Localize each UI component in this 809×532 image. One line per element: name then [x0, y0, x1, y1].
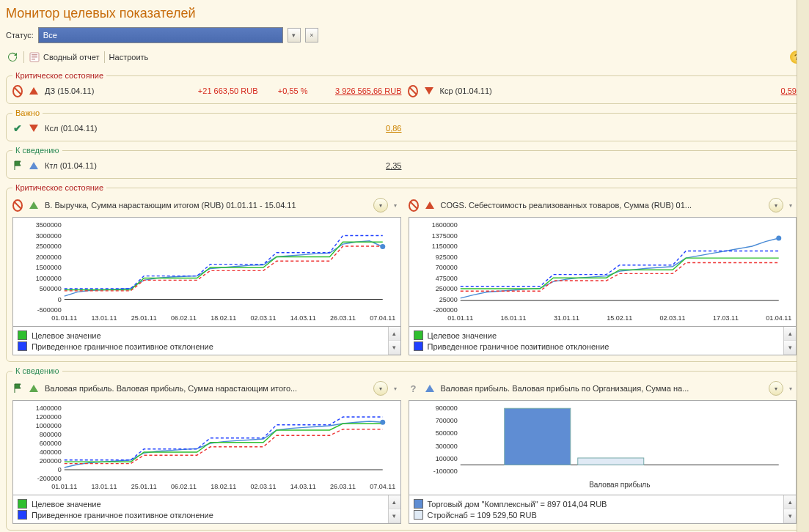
legend-scroll-up[interactable]: ▴ [784, 495, 796, 509]
legend-label: Торговый дом "Комплексный" = 897 014,04 … [428, 500, 607, 509]
chart-area: -200000020000040000060000080000010000001… [12, 400, 401, 495]
svg-text:500000: 500000 [435, 429, 457, 437]
check-icon: ✔ [12, 123, 23, 133]
indicator-label: Ксл (01.04.11) [45, 124, 98, 133]
refresh-icon[interactable] [6, 51, 19, 64]
status-clear-button[interactable]: × [305, 28, 318, 43]
legend-label: Целевое значение [32, 331, 101, 340]
svg-text:2500000: 2500000 [36, 243, 62, 250]
svg-text:Валовая прибыль: Валовая прибыль [589, 481, 650, 489]
chart-menu-button[interactable]: ▾ [769, 198, 783, 213]
svg-text:800000: 800000 [40, 431, 62, 438]
question-icon: ? [409, 383, 419, 394]
svg-rect-1 [32, 54, 37, 56]
svg-text:3500000: 3500000 [36, 221, 62, 229]
chart-title: В. Выручка, Сумма нарастающим итогом (RU… [45, 201, 296, 210]
svg-text:925000: 925000 [435, 254, 457, 261]
svg-text:14.03.11: 14.03.11 [290, 483, 316, 490]
page-scrollbar[interactable] [797, 0, 809, 532]
svg-text:-200000: -200000 [433, 306, 457, 314]
svg-text:01.01.11: 01.01.11 [51, 483, 77, 490]
legend-scroll-down[interactable]: ▾ [784, 341, 796, 355]
chart-menu-toggle[interactable]: ▾ [789, 385, 797, 392]
chart-menu-button[interactable]: ▾ [373, 198, 388, 213]
triangle-up-green-icon [29, 383, 39, 394]
svg-text:15.02.11: 15.02.11 [607, 314, 632, 322]
group-legend-important: Важно [12, 108, 43, 117]
svg-text:1000000: 1000000 [36, 422, 62, 429]
svg-text:17.03.11: 17.03.11 [712, 314, 738, 322]
configure-link[interactable]: Настроить [109, 53, 149, 62]
stop-icon [12, 200, 23, 210]
legend-scroll-down[interactable]: ▾ [389, 509, 400, 523]
svg-text:1375000: 1375000 [431, 232, 457, 240]
chart-menu-toggle[interactable]: ▾ [394, 385, 401, 392]
flag-icon [12, 160, 23, 171]
svg-text:01.01.11: 01.01.11 [447, 314, 473, 322]
legend-label: Целевое значение [428, 331, 497, 340]
legend-scroll-down[interactable]: ▾ [784, 509, 796, 523]
indicator-label: Ктл (01.04.11) [45, 161, 97, 170]
svg-rect-2 [32, 56, 37, 58]
amount-link[interactable]: 3 926 565,66 RUB [314, 86, 402, 95]
status-label: Статус: [6, 31, 34, 40]
indicator-label: ДЗ (15.04.11) [45, 86, 94, 95]
svg-text:700000: 700000 [435, 417, 457, 424]
legend-scroll-down[interactable]: ▾ [389, 341, 400, 355]
legend-label: Стройснаб = 109 529,50 RUB [428, 511, 537, 520]
triangle-up-red-icon [425, 200, 435, 210]
status-dropdown-button[interactable]: ▾ [288, 28, 301, 43]
svg-text:18.02.11: 18.02.11 [211, 314, 236, 322]
legend-swatch [18, 510, 27, 520]
chart-menu-toggle[interactable]: ▾ [394, 202, 401, 209]
status-select[interactable]: Все [38, 27, 283, 43]
chart-panel: ? Валовая прибыль. Валовая прибыль по Ор… [409, 380, 797, 524]
svg-text:475000: 475000 [435, 275, 457, 282]
legend-swatch [18, 341, 27, 351]
chart-menu-button[interactable]: ▾ [769, 381, 783, 396]
chart-menu-button[interactable]: ▾ [373, 381, 388, 396]
amount-link[interactable]: 0,86 [386, 124, 401, 133]
svg-text:400000: 400000 [40, 448, 62, 456]
stop-icon [409, 200, 419, 210]
triangle-down-red-icon [29, 123, 39, 133]
svg-text:1150000: 1150000 [431, 243, 457, 250]
legend-scroll-up[interactable]: ▴ [389, 495, 400, 509]
chart-area: -200000250002500004750007000009250001150… [409, 217, 797, 327]
stop-icon [408, 86, 418, 96]
legend-label: Приведенное граничное позитивное отклоне… [32, 511, 213, 520]
svg-text:14.03.11: 14.03.11 [290, 314, 316, 322]
svg-rect-70 [577, 458, 643, 465]
group-legend-fyi: К сведению [12, 146, 62, 155]
amount-link[interactable]: 0,59 [781, 86, 797, 95]
chart-panel: В. Выручка, Сумма нарастающим итогом (RU… [12, 196, 401, 355]
chart-title: COGS. Себестоимость реализованных товаро… [441, 201, 692, 210]
indicator-label: Кср (01.04.11) [440, 86, 492, 95]
legend-scroll-up[interactable]: ▴ [784, 327, 796, 341]
svg-text:02.03.11: 02.03.11 [250, 483, 276, 490]
legend-swatch [414, 510, 423, 520]
legend-label: Приведенное граничное позитивное отклоне… [428, 342, 610, 351]
svg-point-41 [776, 236, 781, 241]
amount-link[interactable]: 2,35 [386, 161, 401, 170]
legend-scroll-up[interactable]: ▴ [389, 327, 400, 341]
svg-rect-69 [504, 408, 570, 465]
page-title: Монитор целевых показателей [6, 6, 803, 21]
chart-menu-toggle[interactable]: ▾ [789, 202, 797, 209]
svg-text:1000000: 1000000 [36, 275, 62, 282]
summary-report-link[interactable]: Сводный отчет [29, 51, 100, 63]
pct-value: +0,55 % [264, 86, 308, 95]
chart-area: -100000100000300000500000700000900000Вал… [409, 400, 797, 495]
chart-title: Валовая прибыль. Валовая прибыль, Сумма … [45, 384, 297, 393]
svg-text:500000: 500000 [40, 285, 62, 292]
svg-text:3000000: 3000000 [36, 232, 62, 240]
svg-text:1200000: 1200000 [36, 413, 62, 421]
chart-panel: Валовая прибыль. Валовая прибыль, Сумма … [12, 380, 401, 524]
legend-swatch [18, 499, 27, 509]
svg-text:600000: 600000 [40, 440, 62, 447]
svg-text:0: 0 [58, 466, 62, 473]
svg-text:200000: 200000 [40, 457, 62, 465]
svg-text:25.01.11: 25.01.11 [131, 314, 157, 322]
svg-text:16.01.11: 16.01.11 [500, 314, 526, 322]
svg-text:900000: 900000 [435, 404, 457, 412]
